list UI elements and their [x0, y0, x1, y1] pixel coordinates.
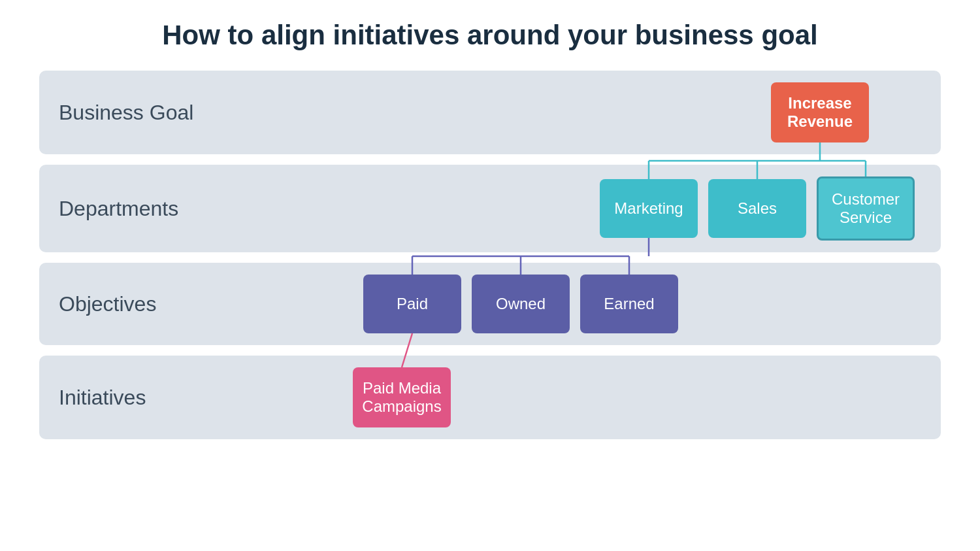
earned-box: Earned — [580, 275, 678, 333]
diagram: Business Goal Increase Revenue Departmen… — [39, 71, 941, 444]
initiatives-content: Paid Media Campaigns — [242, 367, 921, 427]
sales-box: Sales — [708, 179, 806, 238]
owned-box: Owned — [472, 275, 570, 333]
business-goal-content: Increase Revenue — [242, 82, 921, 142]
customer-service-box: Customer Service — [817, 176, 915, 241]
business-goal-label: Business Goal — [59, 101, 242, 125]
paid-media-campaigns-box: Paid Media Campaigns — [353, 367, 451, 427]
departments-label: Departments — [59, 197, 242, 221]
objectives-label: Objectives — [59, 292, 242, 316]
paid-box: Paid — [363, 275, 461, 333]
objectives-content: Paid Owned Earned — [242, 275, 921, 333]
page-title: How to align initiatives around your bus… — [39, 20, 941, 51]
business-goal-row: Business Goal Increase Revenue — [39, 71, 941, 154]
increase-revenue-box: Increase Revenue — [771, 82, 869, 142]
initiatives-label: Initiatives — [59, 386, 242, 410]
initiatives-row: Initiatives Paid Media Campaigns — [39, 356, 941, 439]
departments-content: Marketing Sales Customer Service — [242, 176, 921, 241]
marketing-box: Marketing — [600, 179, 698, 238]
objectives-row: Objectives Paid Owned Earned — [39, 263, 941, 345]
departments-row: Departments Marketing Sales Customer Ser… — [39, 165, 941, 252]
